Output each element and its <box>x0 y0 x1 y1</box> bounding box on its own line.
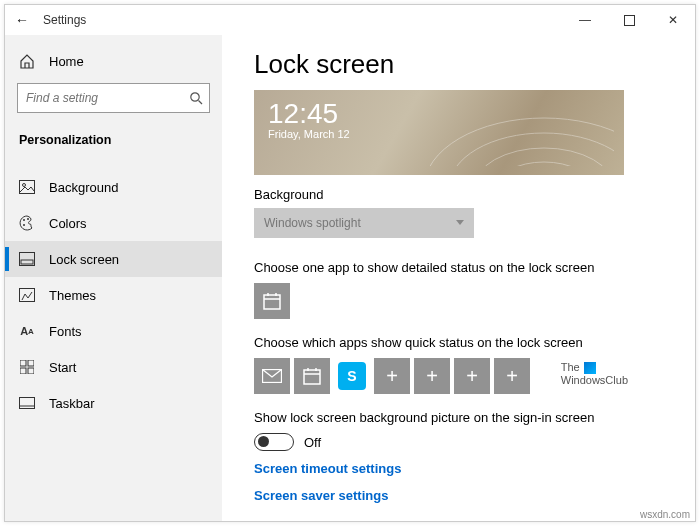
svg-point-20 <box>496 162 592 166</box>
watermark-logo-icon <box>584 362 596 374</box>
content-area: Lock screen 12:45 Friday, March 12 Backg… <box>222 35 695 521</box>
svg-point-5 <box>23 219 25 221</box>
picture-icon <box>19 179 35 195</box>
svg-point-7 <box>27 218 29 220</box>
attribution: wsxdn.com <box>640 509 690 520</box>
svg-line-2 <box>199 101 203 105</box>
toggle-state: Off <box>304 435 321 450</box>
calendar-icon <box>303 367 321 385</box>
quick-status-label: Choose which apps show quick status on t… <box>254 335 673 350</box>
taskbar-icon <box>19 395 35 411</box>
screen-saver-link[interactable]: Screen saver settings <box>254 488 673 503</box>
signin-picture-toggle[interactable] <box>254 433 294 451</box>
screen-timeout-link[interactable]: Screen timeout settings <box>254 461 673 476</box>
preview-date: Friday, March 12 <box>268 128 610 140</box>
svg-rect-11 <box>20 360 26 366</box>
watermark: The WindowsClub <box>561 361 628 386</box>
mail-icon <box>262 369 282 383</box>
svg-rect-26 <box>304 370 320 384</box>
quick-app-add-1[interactable]: + <box>374 358 410 394</box>
home-nav[interactable]: Home <box>5 45 222 77</box>
plus-icon: + <box>506 365 518 388</box>
sidebar-item-lock-screen[interactable]: Lock screen <box>5 241 222 277</box>
sidebar-item-label: Background <box>49 180 118 195</box>
svg-point-4 <box>23 184 26 187</box>
svg-rect-9 <box>21 260 33 264</box>
plus-icon: + <box>426 365 438 388</box>
sidebar-item-label: Taskbar <box>49 396 95 411</box>
quick-app-add-2[interactable]: + <box>414 358 450 394</box>
fonts-icon: AA <box>19 323 35 339</box>
sidebar-item-label: Fonts <box>49 324 82 339</box>
svg-rect-13 <box>20 368 26 374</box>
svg-rect-0 <box>624 15 634 25</box>
svg-rect-15 <box>20 398 35 409</box>
quick-app-mail[interactable] <box>254 358 290 394</box>
svg-rect-12 <box>28 360 34 366</box>
sidebar-item-label: Colors <box>49 216 87 231</box>
sidebar: Home Personalization Background <box>5 35 222 521</box>
title-bar: ← Settings ― ✕ <box>5 5 695 35</box>
skype-icon: S <box>338 362 366 390</box>
home-icon <box>19 53 35 69</box>
quick-app-skype[interactable]: S <box>334 358 370 394</box>
sidebar-item-background[interactable]: Background <box>5 169 222 205</box>
detailed-status-label: Choose one app to show detailed status o… <box>254 260 673 275</box>
calendar-icon <box>263 292 281 310</box>
sidebar-item-colors[interactable]: Colors <box>5 205 222 241</box>
window-title: Settings <box>43 13 86 27</box>
signin-picture-label: Show lock screen background picture on t… <box>254 410 673 425</box>
sidebar-item-label: Themes <box>49 288 96 303</box>
sidebar-item-fonts[interactable]: AA Fonts <box>5 313 222 349</box>
search-field[interactable] <box>26 91 181 105</box>
sidebar-item-label: Lock screen <box>49 252 119 267</box>
svg-point-1 <box>191 93 199 101</box>
background-label: Background <box>254 187 673 202</box>
background-dropdown[interactable]: Windows spotlight <box>254 208 474 238</box>
background-value: Windows spotlight <box>264 216 361 230</box>
svg-rect-3 <box>20 181 35 194</box>
lock-screen-icon <box>19 251 35 267</box>
preview-time: 12:45 <box>268 100 610 128</box>
search-input[interactable] <box>17 83 210 113</box>
sidebar-item-taskbar[interactable]: Taskbar <box>5 385 222 421</box>
plus-icon: + <box>386 365 398 388</box>
quick-app-calendar[interactable] <box>294 358 330 394</box>
category-header: Personalization <box>5 119 222 157</box>
quick-app-add-4[interactable]: + <box>494 358 530 394</box>
svg-rect-21 <box>264 295 280 309</box>
detailed-app-tile[interactable] <box>254 283 290 319</box>
svg-rect-14 <box>28 368 34 374</box>
maximize-button[interactable] <box>607 5 651 35</box>
quick-app-add-3[interactable]: + <box>454 358 490 394</box>
page-title: Lock screen <box>254 49 673 80</box>
sidebar-item-label: Start <box>49 360 76 375</box>
close-button[interactable]: ✕ <box>651 5 695 35</box>
back-button[interactable]: ← <box>15 12 29 28</box>
plus-icon: + <box>466 365 478 388</box>
lock-screen-preview[interactable]: 12:45 Friday, March 12 <box>254 90 624 175</box>
themes-icon <box>19 287 35 303</box>
start-icon <box>19 359 35 375</box>
palette-icon <box>19 215 35 231</box>
sidebar-item-themes[interactable]: Themes <box>5 277 222 313</box>
sidebar-item-start[interactable]: Start <box>5 349 222 385</box>
svg-point-19 <box>474 148 614 166</box>
minimize-button[interactable]: ― <box>563 5 607 35</box>
search-icon <box>189 91 203 105</box>
home-label: Home <box>49 54 84 69</box>
svg-point-6 <box>23 224 25 226</box>
